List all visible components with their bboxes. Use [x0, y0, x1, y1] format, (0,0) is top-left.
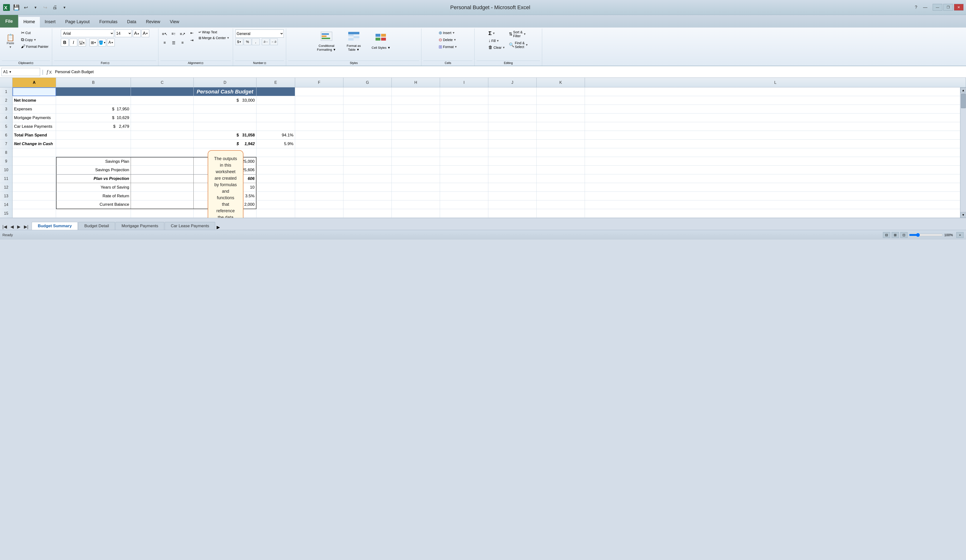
align-left-btn[interactable]: ≡ — [160, 38, 169, 47]
cell-B13[interactable]: Rate of Return — [56, 192, 131, 200]
cell-B9[interactable]: Savings Plan — [56, 157, 131, 166]
cell-K7[interactable] — [537, 140, 585, 148]
cell-K15[interactable] — [537, 209, 585, 218]
clear-button[interactable]: 🗑 Clear ▼ — [487, 44, 506, 51]
cell-G3[interactable] — [343, 105, 392, 113]
col-header-K[interactable]: K — [537, 78, 585, 87]
cell-H8[interactable] — [392, 148, 440, 157]
cell-A1[interactable] — [13, 87, 56, 96]
col-header-F[interactable]: F — [295, 78, 343, 87]
tab-home[interactable]: Home — [19, 17, 40, 28]
increase-indent-btn[interactable]: ⇥ — [188, 37, 196, 43]
cell-K10[interactable] — [537, 166, 585, 174]
cell-I1[interactable] — [440, 87, 488, 96]
cell-I12[interactable] — [440, 183, 488, 192]
insert-button[interactable]: ⊕ Insert ▼ — [437, 30, 458, 36]
cell-A6[interactable]: Total Plan Spend — [13, 131, 56, 140]
next-sheet-btn[interactable]: ▶ — [16, 223, 22, 230]
cell-A11[interactable] — [13, 174, 56, 183]
align-top-center-btn[interactable]: ≡↑ — [169, 30, 178, 38]
row-num-7[interactable]: 7 — [0, 140, 13, 148]
cell-E4[interactable] — [256, 113, 295, 122]
cell-J1[interactable] — [488, 87, 537, 96]
cell-J8[interactable] — [488, 148, 537, 157]
cell-C12[interactable] — [131, 183, 194, 192]
row-num-12[interactable]: 12 — [0, 183, 13, 192]
align-right-btn[interactable]: ≡ — [178, 38, 187, 47]
cell-C3[interactable] — [131, 105, 194, 113]
cell-I15[interactable] — [440, 209, 488, 218]
cell-A2[interactable]: Net Income — [13, 96, 56, 105]
cell-L11[interactable] — [585, 174, 960, 183]
cell-C11[interactable] — [131, 174, 194, 183]
sheet-tab-budget-summary[interactable]: Budget Summary — [32, 222, 78, 230]
cell-C9[interactable] — [131, 157, 194, 166]
cell-K1[interactable] — [537, 87, 585, 96]
format-painter-button[interactable]: 🖌 Format Painter — [20, 43, 50, 50]
cell-J4[interactable] — [488, 113, 537, 122]
cell-E7[interactable]: 5.9% — [256, 140, 295, 148]
cell-A3[interactable]: Expenses — [13, 105, 56, 113]
cell-B7[interactable] — [56, 140, 131, 148]
cell-L6[interactable] — [585, 131, 960, 140]
cell-C13[interactable] — [131, 192, 194, 200]
cell-C15[interactable] — [131, 209, 194, 218]
last-sheet-btn[interactable]: ▶| — [23, 223, 30, 230]
cell-F15[interactable] — [295, 209, 343, 218]
cell-H11[interactable] — [392, 174, 440, 183]
cell-G1[interactable] — [343, 87, 392, 96]
autosum-button[interactable]: Σ ▼ — [487, 30, 506, 37]
cell-H2[interactable] — [392, 96, 440, 105]
cell-C8[interactable] — [131, 148, 194, 157]
cell-C5[interactable] — [131, 122, 194, 131]
sheet-tab-car-lease[interactable]: Car Lease Payments — [165, 222, 215, 230]
cell-J12[interactable] — [488, 183, 537, 192]
cell-F1[interactable] — [295, 87, 343, 96]
tab-review[interactable]: Review — [141, 17, 165, 28]
cell-D5[interactable] — [194, 122, 256, 131]
copy-button[interactable]: ⧉ Copy ▼ — [20, 36, 50, 43]
cell-L9[interactable] — [585, 157, 960, 166]
formula-input[interactable] — [54, 68, 964, 76]
cell-K8[interactable] — [537, 148, 585, 157]
cell-A13[interactable] — [13, 192, 56, 200]
cell-A8[interactable] — [13, 148, 56, 157]
cell-C4[interactable] — [131, 113, 194, 122]
col-header-D[interactable]: D — [194, 78, 256, 87]
format-as-table-button[interactable]: Format asTable ▼ — [340, 30, 367, 54]
cell-E1[interactable] — [256, 87, 295, 96]
cell-styles-button[interactable]: Cell Styles ▼ — [368, 30, 394, 54]
find-select-button[interactable]: 🔍 Find &Select ▼ — [508, 40, 530, 49]
tab-view[interactable]: View — [165, 17, 184, 28]
cell-K13[interactable] — [537, 192, 585, 200]
increase-decimal-btn[interactable]: .0→ — [262, 38, 269, 45]
cell-E13[interactable] — [256, 192, 295, 200]
cell-F9[interactable] — [295, 157, 343, 166]
cell-F2[interactable] — [295, 96, 343, 105]
row-num-8[interactable]: 8 — [0, 148, 13, 157]
cell-A15[interactable] — [13, 209, 56, 218]
cell-H7[interactable] — [392, 140, 440, 148]
scroll-down-btn[interactable]: ▼ — [961, 212, 966, 218]
prev-sheet-btn[interactable]: ◀ — [9, 223, 15, 230]
wrap-text-btn[interactable]: ↵ Wrap Text — [197, 30, 231, 35]
undo-btn[interactable]: ↩ — [22, 4, 30, 11]
cell-L8[interactable] — [585, 148, 960, 157]
cell-D3[interactable] — [194, 105, 256, 113]
scroll-thumb[interactable] — [961, 94, 966, 108]
cell-I8[interactable] — [440, 148, 488, 157]
cell-F5[interactable] — [295, 122, 343, 131]
cell-H10[interactable] — [392, 166, 440, 174]
row-num-10[interactable]: 10 — [0, 166, 13, 174]
cell-K9[interactable] — [537, 157, 585, 166]
cell-B3[interactable]: $ 17,950 — [56, 105, 131, 113]
font-color-button[interactable]: A▼ — [107, 39, 115, 46]
cell-E8[interactable] — [256, 148, 295, 157]
cell-F3[interactable] — [295, 105, 343, 113]
underline-button[interactable]: U ▼ — [78, 39, 86, 46]
sheet-scroll-btn[interactable]: ▶ — [217, 225, 220, 230]
row-num-6[interactable]: 6 — [0, 131, 13, 140]
ribbon-help-btn[interactable]: ? — [912, 4, 920, 11]
cell-A12[interactable] — [13, 183, 56, 192]
cell-L4[interactable] — [585, 113, 960, 122]
